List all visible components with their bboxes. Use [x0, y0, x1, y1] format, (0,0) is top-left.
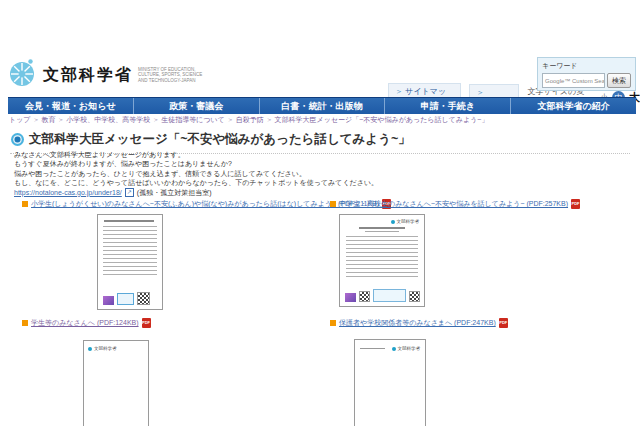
- pdf-link-elementary[interactable]: 小学生(しょうがくせい)のみなさんへ~不安(ふあん)や悩(なや)みがあったら話(…: [31, 199, 379, 209]
- logo-title: 文部科学省: [43, 65, 133, 86]
- mext-emblem-icon: [88, 347, 92, 351]
- preview-title-line: [359, 227, 405, 229]
- external-link-icon: ↗: [125, 188, 134, 197]
- title-bullet-icon: [13, 135, 22, 144]
- pdf-link-students[interactable]: 学生等のみなさんへ (PDF:124KB): [31, 318, 139, 328]
- pdf-link-secondary[interactable]: 中学生・高校生のみなさんへ~不安や悩みを話してみよう~ (PDF:257KB): [339, 199, 568, 209]
- pdf-preview-students[interactable]: 文部科学省: [83, 340, 149, 426]
- breadcrumb-schools[interactable]: 小学校、中学校、高等学校: [66, 116, 161, 123]
- breadcrumb: トップ 教育 小学校、中学校、高等学校 生徒指導等について 自殺予防 文部科学大…: [9, 115, 488, 125]
- preview-doc-header: 文部科学省: [360, 346, 420, 351]
- body-line: もうすぐ夏休みが終わりますが、悩みや困ったことはありませんか?: [14, 159, 614, 168]
- preview-footer: [103, 292, 158, 305]
- square-bullet-icon: [330, 201, 336, 207]
- pdf-preview-guardians[interactable]: 文部科学省: [354, 339, 426, 426]
- body-line: もし、なにを、どこに、どうやって話せばいいかわからなかったら、下のチャットボット…: [14, 178, 614, 187]
- mext-emblem-icon: [392, 347, 396, 351]
- nav-item-applications[interactable]: 申請・手続き: [384, 98, 510, 114]
- preview-banner: [373, 289, 406, 302]
- breadcrumb-current: 文部科学大臣メッセージ「~不安や悩みがあったら話してみよう~」: [275, 116, 489, 123]
- doc-logo-text: 文部科学省: [398, 346, 421, 351]
- pdf-preview-secondary[interactable]: 文部科学省: [339, 214, 425, 307]
- mext-emblem-icon: [391, 220, 395, 224]
- doc-logo-text: 文部科学省: [397, 219, 420, 224]
- square-bullet-icon: [22, 201, 28, 207]
- breadcrumb-education[interactable]: 教育: [41, 116, 66, 123]
- qr-code-icon: [137, 292, 150, 305]
- message-body: みなさんへ文部科学大臣よりメッセージがあります。 もうすぐ夏休みが終わりますが、…: [14, 150, 614, 197]
- preview-doc-logo: 文部科学省: [345, 219, 419, 224]
- global-nav: 会見・報道・お知らせ 政策・審議会 白書・統計・出版物 申請・手続き 文部科学省…: [8, 97, 636, 114]
- preview-image: [345, 293, 356, 302]
- mext-webpage: 文部科学省 MINISTRY OF EDUCATION, CULTURE, SP…: [0, 0, 640, 426]
- preview-image: [103, 296, 114, 305]
- preview-doc-logo: 文部科学省: [88, 346, 144, 351]
- nav-item-press[interactable]: 会見・報道・お知らせ: [8, 98, 133, 114]
- preview-title-line: [104, 220, 154, 222]
- body-line: みなさんへ文部科学大臣よりメッセージがあります。: [14, 150, 614, 159]
- chatbot-link-note: (孤独・孤立対策担当室): [137, 188, 212, 197]
- nav-item-policy[interactable]: 政策・審議会: [133, 98, 259, 114]
- pdf-file-icon: PDF: [499, 318, 508, 328]
- preview-text-lines: [103, 226, 157, 278]
- chatbot-link[interactable]: https://notalone-cas.go.jp/under18/: [14, 188, 122, 197]
- body-line: 悩みや困ったことがあったら、ひとりで抱え込まず、信頼できる人に話してみてください…: [14, 169, 614, 178]
- chatbot-link-line: https://notalone-cas.go.jp/under18/ ↗ (孤…: [14, 188, 614, 197]
- pdf-link-row-guardians: 保護者や学校関係者等のみなさまへ (PDF:247KB) PDF: [330, 318, 508, 328]
- preview-subtitle-line: [365, 231, 399, 232]
- pdf-link-row-secondary: 中学生・高校生のみなさんへ~不安や悩みを話してみよう~ (PDF:257KB) …: [330, 199, 580, 209]
- preview-text-lines: [346, 236, 418, 278]
- square-bullet-icon: [330, 320, 336, 326]
- pdf-link-row-students: 学生等のみなさんへ (PDF:124KB) PDF: [22, 318, 151, 328]
- mext-emblem-icon: [8, 58, 38, 92]
- breadcrumb-top[interactable]: トップ: [9, 116, 41, 123]
- search-button[interactable]: 検索: [607, 73, 631, 88]
- keyword-label: キーワード: [542, 61, 631, 71]
- pdf-file-icon: PDF: [142, 318, 151, 328]
- page-title: 文部科学大臣メッセージ「~不安や悩みがあったら話してみよう~」: [29, 131, 411, 148]
- breadcrumb-guidance[interactable]: 生徒指導等について: [161, 116, 236, 123]
- pdf-link-guardians[interactable]: 保護者や学校関係者等のみなさまへ (PDF:247KB): [339, 318, 496, 328]
- logo-subtitle: MINISTRY OF EDUCATION, CULTURE, SPORTS, …: [138, 67, 208, 84]
- breadcrumb-prevention[interactable]: 自殺予防: [236, 116, 275, 123]
- square-bullet-icon: [22, 320, 28, 326]
- mext-logo[interactable]: 文部科学省 MINISTRY OF EDUCATION, CULTURE, SP…: [8, 58, 208, 92]
- pdf-file-icon: PDF: [571, 199, 580, 209]
- preview-footer: [345, 289, 420, 302]
- preview-banner: [117, 293, 134, 305]
- google-custom-search-watermark: Google™ Custom Search: [545, 78, 605, 84]
- qr-code-icon: [359, 291, 370, 302]
- pdf-preview-elementary[interactable]: [97, 214, 163, 310]
- preview-text-line: [360, 348, 385, 349]
- nav-item-whitepapers[interactable]: 白書・統計・出版物: [259, 98, 385, 114]
- preview-doc-logo: 文部科学省: [392, 346, 421, 351]
- doc-logo-text: 文部科学省: [94, 346, 117, 351]
- site-search-panel: キーワード Google™ Custom Search 検索: [537, 57, 636, 91]
- qr-code-icon: [409, 291, 420, 302]
- nav-item-about[interactable]: 文部科学省の紹介: [510, 98, 636, 114]
- search-input[interactable]: Google™ Custom Search: [542, 73, 605, 88]
